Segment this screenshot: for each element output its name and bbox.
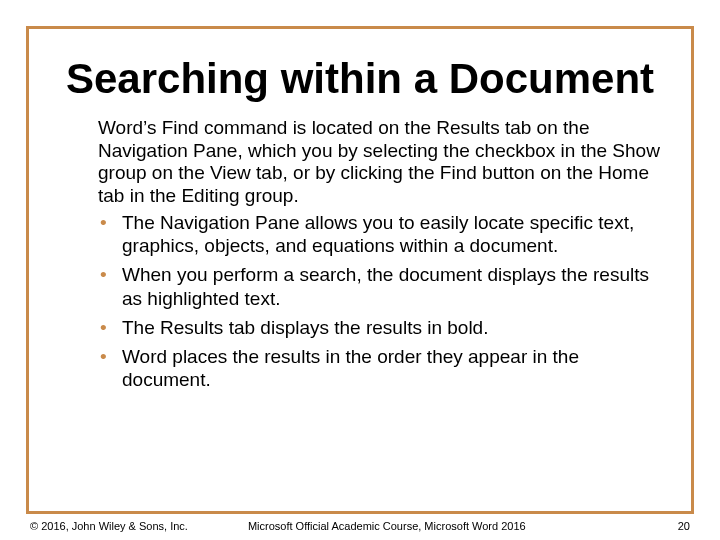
list-item: Word places the results in the order the…: [98, 345, 660, 391]
footer-course: Microsoft Official Academic Course, Micr…: [188, 520, 678, 532]
footer-page-number: 20: [678, 520, 690, 532]
footer-copyright: © 2016, John Wiley & Sons, Inc.: [30, 520, 188, 532]
slide-content: Searching within a Document Word’s Find …: [40, 36, 680, 490]
slide-title: Searching within a Document: [40, 56, 680, 101]
list-item: When you perform a search, the document …: [98, 263, 660, 309]
body-text: Word’s Find command is located on the Re…: [40, 117, 680, 391]
intro-paragraph: Word’s Find command is located on the Re…: [98, 117, 660, 207]
slide: Searching within a Document Word’s Find …: [0, 0, 720, 540]
list-item: The Navigation Pane allows you to easily…: [98, 211, 660, 257]
list-item: The Results tab displays the results in …: [98, 316, 660, 339]
footer: © 2016, John Wiley & Sons, Inc. Microsof…: [30, 520, 690, 532]
bullet-list: The Navigation Pane allows you to easily…: [98, 211, 660, 391]
